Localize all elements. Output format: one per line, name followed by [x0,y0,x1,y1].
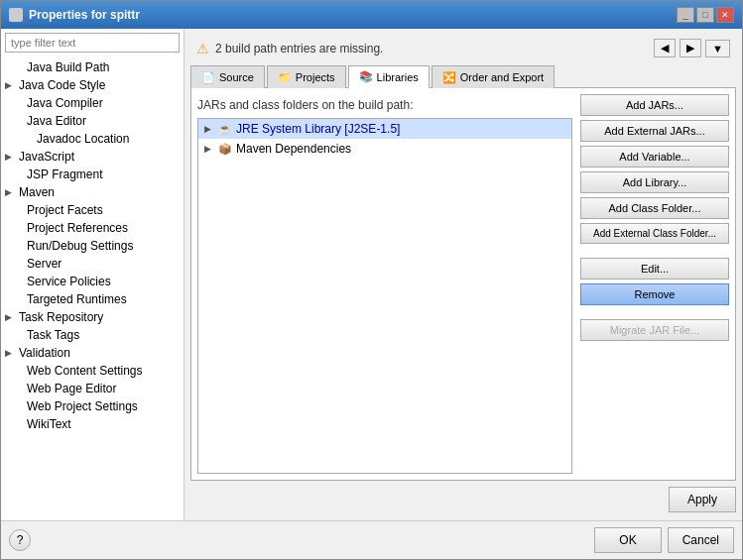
tree-item-label: Run/Debug Settings [27,239,133,253]
tree-item-service-policies[interactable]: Service Policies [1,273,184,290]
tree-item-label: Service Policies [27,275,111,288]
nav-back-button[interactable]: ◀ [654,39,676,57]
tab-order-export[interactable]: 🔀 Order and Export [432,65,555,88]
jre-label: JRE System Library [J2SE-1.5] [236,122,400,136]
tree-item-task-repository[interactable]: ▶ Task Repository [1,308,184,326]
tree-arrow: ▶ [5,152,15,162]
properties-dialog: Properties for spittr _ □ ✕ Java Build P… [0,0,743,560]
jre-expand-arrow: ▶ [204,124,214,134]
tree-arrow: ▶ [5,348,15,358]
tab-libraries[interactable]: 📚 Libraries [348,65,430,88]
window-controls: _ □ ✕ [677,7,734,23]
tree-item-javadoc-location[interactable]: Javadoc Location [1,130,184,148]
add-variable-button[interactable]: Add Variable... [580,146,729,168]
tree-item-java-build-path[interactable]: Java Build Path [1,58,184,76]
maximize-button[interactable]: □ [696,7,714,23]
content-inner: JARs and class folders on the build path… [197,94,572,474]
tree-item-project-facets[interactable]: Project Facets [1,201,184,219]
tree-item-validation[interactable]: ▶ Validation [1,344,184,362]
tab-source[interactable]: 📄 Source [190,65,265,88]
tree-item-targeted-runtimes[interactable]: Targeted Runtimes [1,290,184,308]
tree-item-label: Javadoc Location [37,132,129,146]
tab-projects[interactable]: 📁 Projects [267,65,346,88]
nav-forward-button[interactable]: ▶ [680,39,701,57]
tab-source-label: Source [219,71,254,83]
close-button[interactable]: ✕ [716,7,734,23]
filter-input[interactable] [5,33,180,53]
nav-dropdown-button[interactable]: ▼ [705,40,730,57]
tabs-area: 📄 Source 📁 Projects 📚 Libraries 🔀 Order … [190,65,736,481]
tree-item-label: Task Tags [27,328,79,342]
bottom-right: OK Cancel [594,527,734,553]
tree-arrow: ▶ [5,187,15,197]
tree-item-label: Validation [19,346,70,360]
maven-label: Maven Dependencies [236,142,351,156]
remove-button[interactable]: Remove [580,283,729,305]
add-external-class-folder-button[interactable]: Add External Class Folder... [580,223,729,244]
tree-item-java-editor[interactable]: Java Editor [1,112,184,130]
tree-item-task-tags[interactable]: Task Tags [1,326,184,344]
add-library-button[interactable]: Add Library... [580,171,729,193]
add-class-folder-button[interactable]: Add Class Folder... [580,197,729,219]
tree-item-web-page-editor[interactable]: Web Page Editor [1,380,184,397]
tree-item-jsp-fragment[interactable]: JSP Fragment [1,166,184,183]
warning-bar: ⚠ 2 build path entries are missing. ◀ ▶ … [190,35,736,61]
tree-item-project-references[interactable]: Project References [1,219,184,237]
tree-item-maven[interactable]: ▶ Maven [1,183,184,201]
add-external-jars-button[interactable]: Add External JARs... [580,120,729,142]
tree-item-label: WikiText [27,417,71,431]
title-bar-left: Properties for spittr [9,8,140,22]
tree-item-label: Web Content Settings [27,364,143,378]
tab-bar: 📄 Source 📁 Projects 📚 Libraries 🔀 Order … [190,65,736,88]
order-export-tab-icon: 🔀 [442,71,456,84]
tree-item-label: Java Build Path [27,60,109,74]
ok-button[interactable]: OK [594,527,661,553]
tree-item-run-debug-settings[interactable]: Run/Debug Settings [1,237,184,255]
bottom-bar: ? OK Cancel [1,520,742,559]
maven-icon: 📦 [218,143,232,156]
help-button[interactable]: ? [9,529,31,551]
projects-tab-icon: 📁 [278,71,292,84]
minimize-button[interactable]: _ [677,7,694,23]
tree-item-label: Project References [27,221,128,235]
tree-item-label: Java Code Style [19,78,105,92]
migrate-jar-button[interactable]: Migrate JAR File... [580,319,729,341]
tree-item-label: Java Compiler [27,96,103,110]
title-bar: Properties for spittr _ □ ✕ [1,1,742,29]
tree-item-label: Project Facets [27,203,103,217]
jar-item-jre[interactable]: ▶ ☕ JRE System Library [J2SE-1.5] [198,119,571,139]
tree-item-label: Web Page Editor [27,382,117,395]
tree-item-label: Maven [19,185,55,199]
jre-icon: ☕ [218,123,232,136]
tree-arrow: ▶ [5,80,15,90]
warning-message: 2 build path entries are missing. [215,42,383,56]
cancel-button[interactable]: Cancel [668,527,734,553]
left-panel: Java Build Path ▶ Java Code Style Java C… [1,29,185,520]
edit-button[interactable]: Edit... [580,258,729,280]
add-jars-button[interactable]: Add JARs... [580,94,729,116]
jar-item-maven[interactable]: ▶ 📦 Maven Dependencies [198,139,571,159]
right-panel: ⚠ 2 build path entries are missing. ◀ ▶ … [185,29,742,520]
dialog-title: Properties for spittr [29,8,140,22]
tree-item-java-code-style[interactable]: ▶ Java Code Style [1,76,184,94]
tree-item-java-compiler[interactable]: Java Compiler [1,94,184,112]
apply-row: Apply [190,481,736,514]
apply-button[interactable]: Apply [669,487,736,512]
libraries-tab-icon: 📚 [359,70,373,83]
tree-item-label: JavaScript [19,150,74,164]
tree-item-label: JSP Fragment [27,168,102,181]
tab-libraries-label: Libraries [377,71,419,83]
warning-icon: ⚠ [196,41,209,56]
tree-item-web-content-settings[interactable]: Web Content Settings [1,362,184,380]
tree-arrow: ▶ [5,312,15,322]
tree-item-label: Server [27,257,62,271]
maven-expand-arrow: ▶ [204,144,214,154]
tree-item-wikitext[interactable]: WikiText [1,415,184,433]
tree-item-label: Web Project Settings [27,399,138,413]
tree-item-server[interactable]: Server [1,255,184,273]
dialog-body: Java Build Path ▶ Java Code Style Java C… [1,29,742,520]
tab-order-export-label: Order and Export [460,71,544,83]
tree-item-javascript[interactable]: ▶ JavaScript [1,148,184,166]
tree-item-web-project-settings[interactable]: Web Project Settings [1,397,184,415]
tree-item-label: Targeted Runtimes [27,292,127,306]
